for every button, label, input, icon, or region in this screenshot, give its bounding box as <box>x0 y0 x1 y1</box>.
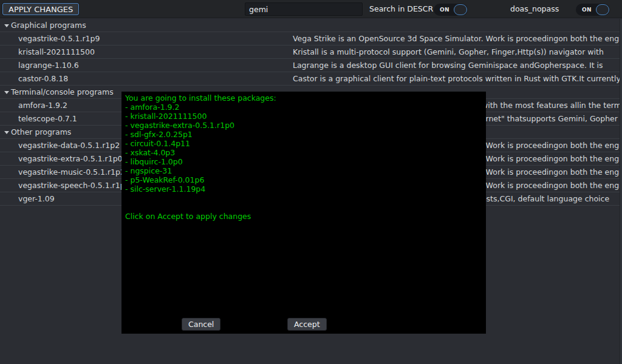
package-row[interactable]: lagrange-1.10.6Lagrange is a desktop GUI… <box>0 59 622 72</box>
dialog-line: - ngspice-31 <box>125 166 484 175</box>
dialog-line: - circuit-0.1.4p11 <box>125 139 484 148</box>
dialog-line: - xskat-4.0p3 <box>125 148 484 157</box>
dialog-line: - amfora-1.9.2 <box>125 103 484 112</box>
search-in-descr-toggle[interactable]: ON <box>434 4 468 16</box>
package-description: Kristall is a multi-protocol support (Ge… <box>293 46 604 58</box>
dialog-line: - vegastrike-extra-0.5.1.r1p0 <box>125 121 484 130</box>
group-label: Graphical programs <box>11 19 86 32</box>
doas-nopass-toggle[interactable]: ON <box>576 4 610 16</box>
scrollbar-track[interactable] <box>620 19 622 364</box>
doas-nopass-label: doas_nopass <box>510 4 559 13</box>
dialog-line: - kristall-2021111500 <box>125 112 484 121</box>
package-name: amfora-1.9.2 <box>18 99 67 112</box>
expander-down-icon[interactable] <box>4 91 9 94</box>
dialog-line: - silc-server-1.1.19p4 <box>125 184 484 194</box>
apply-changes-button[interactable]: APPLY CHANGES <box>2 3 79 15</box>
dialog-prompt: Click on Accept to apply changes <box>125 212 484 221</box>
expander-down-icon[interactable] <box>4 131 9 134</box>
group-label: Terminal/console programs <box>11 86 114 98</box>
toggle-on-label: ON <box>440 7 449 13</box>
top-toolbar: APPLY CHANGES Search in DESCR ON doas_no… <box>0 0 622 18</box>
install-confirmation-dialog: You are going to install these packages:… <box>121 92 486 334</box>
package-name: vegastrike-data-0.5.1.r1p2 <box>18 139 120 152</box>
package-row[interactable]: kristall-2021111500Kristall is a multi-p… <box>0 46 622 59</box>
package-name: vegastrike-0.5.1.r1p9 <box>18 32 100 45</box>
expander-down-icon[interactable] <box>4 24 9 27</box>
package-description: Castor is a graphical client for plain-t… <box>293 72 621 85</box>
group-header-row[interactable]: Graphical programs <box>0 19 622 32</box>
package-name: telescope-0.7.1 <box>18 112 77 125</box>
dialog-line: You are going to install these packages: <box>125 93 484 103</box>
search-in-descr-label: Search in DESCR <box>369 4 433 13</box>
toggle-knob-icon <box>454 4 467 15</box>
package-name: vegastrike-extra-0.5.1.r1p0 <box>18 152 123 165</box>
package-name: kristall-2021111500 <box>18 46 95 58</box>
toggle-on-label: ON <box>582 7 592 13</box>
package-row[interactable]: castor-0.8.18Castor is a graphical clien… <box>0 72 622 86</box>
package-row[interactable]: vegastrike-0.5.1.r1p9Vega Strike is an O… <box>0 32 622 46</box>
package-description: Vega Strike is an OpenSource 3d Space Si… <box>293 32 622 45</box>
dialog-line: - libquirc-1.0p0 <box>125 157 484 166</box>
package-name: vegastrike-speech-0.5.1.r1p1 <box>18 179 130 192</box>
package-name: castor-0.8.18 <box>18 72 68 85</box>
package-name: lagrange-1.10.6 <box>18 59 79 72</box>
search-input[interactable] <box>245 2 363 16</box>
package-name: vegastrike-music-0.5.1.r1p2 <box>18 166 125 178</box>
package-description: Lagrange is a desktop GUI client for bro… <box>293 59 603 72</box>
toggle-knob-icon <box>596 4 609 15</box>
accept-button[interactable]: Accept <box>287 318 327 331</box>
dialog-line: - sdl-gfx-2.0.25p1 <box>125 130 484 139</box>
cancel-button[interactable]: Cancel <box>182 318 220 331</box>
group-label: Other programs <box>11 126 71 138</box>
dialog-line: - p5-WeakRef-0.01p6 <box>125 175 484 184</box>
dialog-message: You are going to install these packages:… <box>125 93 484 221</box>
package-name: vger-1.09 <box>18 192 55 205</box>
